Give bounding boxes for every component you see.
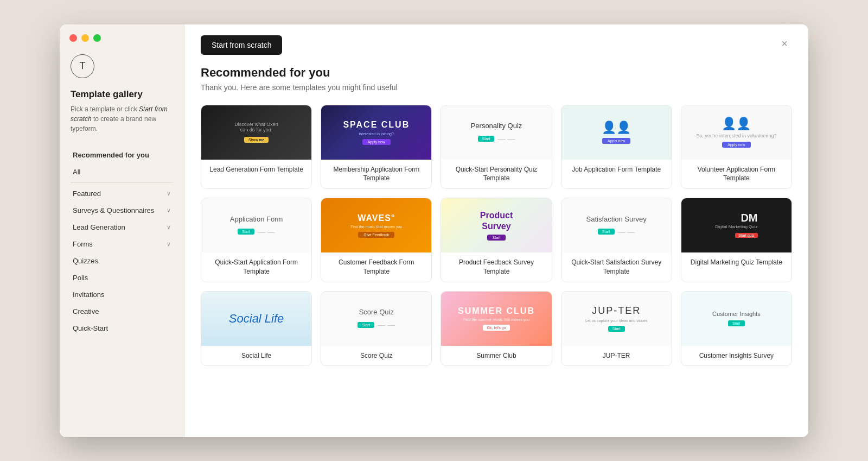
template-thumb-social: Social Life: [201, 292, 311, 346]
template-card-customer-insights[interactable]: Customer Insights Start Customer Insight…: [681, 291, 792, 367]
sidebar-item-recommended[interactable]: Recommended for you: [71, 147, 173, 163]
template-card-personality[interactable]: Personality Quiz Start — — Quick-Start P…: [441, 105, 552, 190]
template-label-product-feedback: Product Feedback Survey Template: [441, 252, 551, 282]
sidebar-item-forms[interactable]: Forms ∨: [71, 236, 173, 252]
sidebar-item-lead-gen[interactable]: Lead Generation ∨: [71, 219, 173, 236]
section-title: Recommended for you: [201, 66, 792, 80]
template-thumb-customer: Customer Insights Start: [681, 292, 792, 346]
main-header: Start from scratch ×: [184, 24, 808, 55]
section-subtitle: Thank you. Here are some templates you m…: [201, 83, 792, 92]
close-traffic-light[interactable]: [69, 34, 77, 42]
template-thumb-volunteer: 👤👤 So, you're interested in volunteering…: [681, 105, 792, 160]
template-label-social: Social Life: [201, 346, 311, 366]
template-thumb-jupiter: JUP-TER Let us capture your ideas and va…: [561, 292, 672, 346]
main-scroll-area[interactable]: Recommended for you Thank you. Here are …: [184, 55, 808, 437]
template-label-satisfaction: Quick-Start Satisfaction Survey Template: [561, 252, 672, 282]
chevron-down-icon: ∨: [167, 190, 171, 197]
sidebar-description: Pick a template or click Start from scra…: [71, 104, 173, 134]
main-content: Start from scratch × Recommended for you…: [184, 24, 808, 437]
template-label-volunteer: Volunteer Application Form Template: [681, 160, 792, 189]
template-card-jupiter[interactable]: JUP-TER Let us capture your ideas and va…: [561, 291, 672, 367]
template-label-summer: Summer Club: [441, 346, 551, 366]
template-card-appform[interactable]: Application Form Start — — Quick-Start A…: [201, 198, 312, 282]
main-window: T Template gallery Pick a template or cl…: [60, 24, 808, 437]
template-thumb-score: Score Quiz Start — —: [321, 292, 431, 346]
template-label-customer-insights: Customer Insights Survey: [681, 346, 792, 366]
sidebar: T Template gallery Pick a template or cl…: [60, 24, 184, 437]
template-label-personality: Quick-Start Personality Quiz Template: [441, 160, 551, 189]
sidebar-nav: Recommended for you All Featured ∨ Surve…: [71, 147, 173, 337]
template-grid-row2: Application Form Start — — Quick-Start A…: [201, 198, 792, 282]
template-thumb-product: ProductSurvey Start: [441, 198, 551, 252]
start-from-scratch-button[interactable]: Start from scratch: [201, 35, 282, 55]
template-label-jupiter: JUP-TER: [561, 346, 672, 366]
template-card-customer-feedback[interactable]: WAVES° Find the music that moves you Giv…: [321, 198, 432, 282]
template-card-volunteer[interactable]: 👤👤 So, you're interested in volunteering…: [681, 105, 792, 190]
template-card-summer[interactable]: SUMMER CLUB Find the summer music that m…: [441, 291, 552, 367]
template-thumb-waves: WAVES° Find the music that moves you Giv…: [321, 198, 431, 252]
avatar: T: [71, 54, 94, 78]
chevron-down-icon: ∨: [167, 224, 171, 231]
template-label-digital-marketing: Digital Marketing Quiz Template: [681, 252, 792, 273]
template-card-lead-gen[interactable]: Discover what Oxencan do for you. Show m…: [201, 105, 312, 190]
template-label-lead-gen: Lead Generation Form Template: [201, 160, 311, 180]
template-grid-row3: Social Life Social Life Score Quiz Start…: [201, 291, 792, 367]
template-card-product-feedback[interactable]: ProductSurvey Start Product Feedback Sur…: [441, 198, 552, 282]
sidebar-item-quizzes[interactable]: Quizzes: [71, 252, 173, 269]
template-thumb-appform: Application Form Start — —: [201, 198, 311, 252]
template-card-social[interactable]: Social Life Social Life: [201, 291, 312, 367]
template-card-membership[interactable]: SPACE CLUB interested in joining? Apply …: [321, 105, 432, 190]
chevron-down-icon: ∨: [167, 241, 171, 248]
template-card-job[interactable]: 👤👤 Apply now Job Application Form Templa…: [561, 105, 672, 190]
sidebar-item-surveys[interactable]: Surveys & Questionnaires ∨: [71, 202, 173, 219]
sidebar-item-quickstart[interactable]: Quick-Start: [71, 320, 173, 337]
template-thumb-digital: DM Digital Marketing Quiz Start quiz: [681, 198, 792, 252]
template-thumb-personality: Personality Quiz Start — —: [441, 105, 551, 160]
template-card-score[interactable]: Score Quiz Start — — Score Quiz: [321, 291, 432, 367]
close-button[interactable]: ×: [777, 35, 792, 52]
template-thumb-satisfaction: Satisfaction Survey Start — —: [561, 198, 672, 252]
sidebar-item-all[interactable]: All: [71, 163, 173, 180]
template-label-membership: Membership Application Form Template: [321, 160, 431, 189]
template-thumb-summer: SUMMER CLUB Find the summer music that m…: [441, 292, 551, 346]
template-label-score: Score Quiz: [321, 346, 431, 366]
template-thumb-membership: SPACE CLUB interested in joining? Apply …: [321, 105, 431, 160]
minimize-traffic-light[interactable]: [81, 34, 89, 42]
chevron-down-icon: ∨: [167, 207, 171, 214]
sidebar-item-featured[interactable]: Featured ∨: [71, 185, 173, 202]
template-label-appform: Quick-Start Application Form Template: [201, 252, 311, 282]
traffic-lights: [69, 34, 101, 42]
sidebar-item-creative[interactable]: Creative: [71, 303, 173, 320]
sidebar-item-invitations[interactable]: Invitations: [71, 286, 173, 303]
template-thumb-job: 👤👤 Apply now: [561, 105, 672, 160]
sidebar-item-polls[interactable]: Polls: [71, 269, 173, 286]
template-card-satisfaction[interactable]: Satisfaction Survey Start — — Quick-Star…: [561, 198, 672, 282]
sidebar-title: Template gallery: [71, 89, 173, 100]
template-card-digital-marketing[interactable]: DM Digital Marketing Quiz Start quiz Dig…: [681, 198, 792, 282]
fullscreen-traffic-light[interactable]: [93, 34, 101, 42]
template-thumb-lead-gen: Discover what Oxencan do for you. Show m…: [201, 105, 311, 160]
template-label-job: Job Application Form Template: [561, 160, 672, 180]
template-grid-row1: Discover what Oxencan do for you. Show m…: [201, 105, 792, 190]
template-label-customer-feedback: Customer Feedback Form Template: [321, 252, 431, 282]
